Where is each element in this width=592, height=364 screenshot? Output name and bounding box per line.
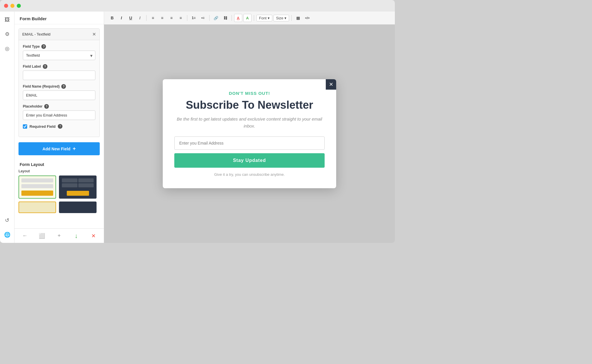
field-label-help-icon[interactable]: ? bbox=[43, 64, 47, 69]
strikethrough-button[interactable]: I bbox=[136, 14, 144, 22]
ordered-list-button[interactable]: 1≡ bbox=[190, 14, 198, 22]
canvas-area: ✕ DON'T MISS OUT! Subscribe To Newslette… bbox=[104, 25, 395, 243]
font-dropdown-arrow: ▾ bbox=[268, 16, 270, 20]
field-name-help-icon[interactable]: ? bbox=[61, 84, 66, 89]
popup-subtitle: Be the first to get latest updates and e… bbox=[174, 116, 325, 130]
minimize-button[interactable] bbox=[10, 4, 14, 8]
size-dropdown[interactable]: Size ▾ bbox=[273, 15, 289, 21]
sep-4 bbox=[232, 15, 232, 21]
required-help-icon[interactable]: ? bbox=[58, 124, 62, 129]
source-button[interactable]: </> bbox=[303, 14, 311, 22]
field-label-label: Field Label ? bbox=[23, 64, 95, 69]
refresh-icon[interactable]: ↺ bbox=[3, 216, 12, 225]
delete-button[interactable]: ✕ bbox=[89, 231, 98, 241]
maximize-button[interactable] bbox=[17, 4, 21, 8]
field-name-label: Field Name (Required) ? bbox=[23, 84, 95, 89]
sep-6 bbox=[291, 15, 292, 21]
layout-thumb-3[interactable] bbox=[18, 202, 56, 213]
editor-toolbar: B I U I ≡ ≡ ≡ ≡ 1≡ •≡ 🔗 ⛓ A A Font bbox=[104, 12, 395, 25]
layout-thumb-1[interactable] bbox=[18, 175, 56, 199]
placeholder-help-icon[interactable]: ? bbox=[44, 104, 49, 109]
target-icon[interactable]: ◎ bbox=[3, 44, 12, 53]
panel-close-icon[interactable]: ✕ bbox=[92, 32, 96, 37]
bottom-toolbar: ← ⬜ + ↓ ✕ bbox=[14, 228, 104, 243]
field-label-input[interactable] bbox=[23, 71, 95, 80]
sep-3 bbox=[209, 15, 210, 21]
popup-title: Subscribe To Newsletter bbox=[174, 99, 325, 111]
close-button[interactable] bbox=[4, 4, 8, 8]
unordered-list-button[interactable]: •≡ bbox=[199, 14, 207, 22]
font-dropdown[interactable]: Font ▾ bbox=[256, 15, 272, 21]
placeholder-input[interactable] bbox=[23, 110, 95, 120]
align-left-button[interactable]: ≡ bbox=[149, 14, 157, 22]
bg-color-button[interactable]: A bbox=[243, 14, 251, 22]
field-name-input[interactable]: EMAIL bbox=[23, 90, 95, 100]
align-justify-button[interactable]: ≡ bbox=[177, 14, 185, 22]
layout-thumb-4[interactable] bbox=[59, 202, 97, 213]
sidebar-title: Form Builder bbox=[14, 12, 104, 24]
field-label-row: Field Label ? bbox=[23, 64, 95, 80]
sep-1 bbox=[146, 15, 147, 21]
field-type-label: Field Type ? bbox=[23, 44, 95, 49]
column-layout-button[interactable]: ▤ bbox=[294, 14, 302, 22]
unlink-button[interactable]: ⛓ bbox=[221, 14, 229, 22]
align-right-button[interactable]: ≡ bbox=[167, 14, 175, 22]
icon-rail: 🖼 ⚙ ◎ ↺ 🌐 bbox=[0, 12, 14, 243]
viewport-button[interactable]: ⬜ bbox=[37, 231, 47, 241]
field-name-row: Field Name (Required) ? EMAIL bbox=[23, 84, 95, 100]
placeholder-row: Placeholder ? bbox=[23, 104, 95, 120]
titlebar bbox=[0, 0, 395, 12]
align-center-button[interactable]: ≡ bbox=[158, 14, 166, 22]
popup-close-button[interactable]: ✕ bbox=[326, 79, 336, 90]
layout-label: Layout bbox=[14, 169, 104, 175]
required-field-label: Required Field bbox=[29, 124, 56, 129]
required-checkbox[interactable] bbox=[23, 124, 27, 129]
underline-button[interactable]: U bbox=[127, 14, 135, 22]
popup-email-input[interactable] bbox=[174, 136, 325, 150]
field-panel: EMAIL - Textfield ✕ Field Type ? Textfie… bbox=[18, 28, 100, 137]
panel-header: EMAIL - Textfield ✕ bbox=[19, 29, 99, 40]
italic-button[interactable]: I bbox=[117, 14, 125, 22]
placeholder-label: Placeholder ? bbox=[23, 104, 95, 109]
layout-grid bbox=[14, 175, 104, 217]
popup-modal: ✕ DON'T MISS OUT! Subscribe To Newslette… bbox=[163, 79, 336, 189]
link-button[interactable]: 🔗 bbox=[212, 14, 220, 22]
font-color-button[interactable]: A bbox=[234, 14, 242, 22]
gear-icon[interactable]: ⚙ bbox=[3, 29, 12, 39]
main-content: B I U I ≡ ≡ ≡ ≡ 1≡ •≡ 🔗 ⛓ A A Font bbox=[104, 12, 395, 243]
popup-footer: Give it a try, you can unsubscribe anyti… bbox=[174, 172, 325, 177]
size-dropdown-arrow: ▾ bbox=[284, 16, 286, 20]
plus-icon: + bbox=[73, 146, 76, 152]
required-field-row: Required Field ? bbox=[23, 124, 95, 129]
popup-submit-button[interactable]: Stay Updated bbox=[174, 153, 325, 168]
field-type-select[interactable]: Textfield Textarea Checkbox Radio Select bbox=[23, 51, 95, 60]
field-type-help-icon[interactable]: ? bbox=[41, 44, 46, 49]
download-button[interactable]: ↓ bbox=[72, 231, 81, 241]
panel-title: EMAIL - Textfield bbox=[22, 32, 51, 36]
image-icon[interactable]: 🖼 bbox=[3, 15, 12, 24]
add-button[interactable]: + bbox=[55, 231, 64, 241]
bold-button[interactable]: B bbox=[108, 14, 116, 22]
popup-tag: DON'T MISS OUT! bbox=[174, 91, 325, 96]
field-type-select-wrapper: Textfield Textarea Checkbox Radio Select… bbox=[23, 51, 95, 60]
add-new-field-button[interactable]: Add New Field + bbox=[18, 142, 100, 155]
back-button[interactable]: ← bbox=[20, 231, 29, 241]
sep-5 bbox=[254, 15, 254, 21]
field-type-row: Field Type ? Textfield Textarea Checkbox… bbox=[23, 44, 95, 60]
layout-thumb-2[interactable] bbox=[59, 175, 97, 199]
sep-2 bbox=[187, 15, 187, 21]
form-layout-title: Form Layout bbox=[14, 159, 104, 169]
sidebar: Form Builder EMAIL - Textfield ✕ Field T… bbox=[14, 12, 104, 243]
globe-icon[interactable]: 🌐 bbox=[3, 230, 12, 239]
